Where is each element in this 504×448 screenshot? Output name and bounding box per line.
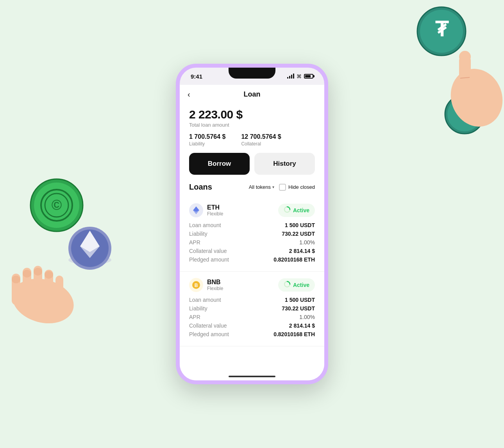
green-coin: © [29, 178, 84, 233]
detail-value: 0.82010168 ETH [273, 256, 315, 263]
detail-value: 2 814.14 $ [289, 248, 315, 254]
loans-header: Loans All tokens ▾ Hide closed [180, 183, 324, 197]
status-spinner-icon [284, 281, 291, 289]
detail-value: 1 500 USDT [285, 297, 315, 303]
detail-row: Pledged amount 0.82010168 ETH [189, 331, 315, 337]
detail-key: APR [189, 314, 200, 320]
status-label: Active [293, 207, 309, 213]
svg-point-10 [30, 179, 83, 231]
screen-header: ‹ Loan [180, 85, 324, 104]
token-type: Flexible [207, 286, 223, 291]
status-label: Active [293, 282, 309, 288]
liability-stat: 1 700.5764 $ Liability [189, 133, 225, 147]
loan-card[interactable]: ETH Flexible Active Loan amount 1 500 US… [180, 197, 324, 272]
tab-row: Borrow History [180, 153, 324, 183]
collateral-stat: 12 700.5764 $ Collateral [241, 133, 281, 147]
detail-key: Liability [189, 305, 207, 312]
loan-cards-container: ETH Flexible Active Loan amount 1 500 US… [180, 197, 324, 346]
total-amount: 2 223.00 $ [189, 108, 315, 121]
loan-card-header: ETH Flexible Active [189, 203, 315, 217]
token-name: ETH [207, 204, 223, 211]
wifi-icon: ⌘ [297, 73, 302, 79]
svg-point-12 [41, 190, 72, 221]
detail-key: Liability [189, 231, 207, 237]
tether-coin-top: ₮ [416, 6, 467, 57]
token-icon: B [189, 278, 203, 292]
detail-key: Pledged amount [189, 256, 229, 263]
screen-title: Loan [244, 90, 261, 99]
token-name: BNB [207, 279, 223, 286]
svg-point-27 [23, 270, 31, 278]
back-button[interactable]: ‹ [188, 90, 190, 99]
all-tokens-button[interactable]: All tokens ▾ [249, 184, 274, 190]
svg-point-29 [45, 271, 53, 279]
detail-key: Loan amount [189, 297, 221, 303]
svg-rect-7 [459, 55, 471, 94]
token-type: Flexible [207, 211, 223, 217]
svg-point-16 [68, 227, 111, 270]
detail-value: 1.00% [299, 314, 315, 320]
svg-text:©: © [52, 197, 62, 213]
loan-token-info: B BNB Flexible [189, 278, 223, 292]
home-indicator [229, 376, 275, 377]
loan-token-info: ETH Flexible [189, 203, 223, 217]
detail-value: 0.82010168 ETH [273, 331, 315, 337]
liability-value: 1 700.5764 $ [189, 133, 225, 140]
detail-row: Liability 730.22 USDT [189, 231, 315, 237]
history-tab[interactable]: History [254, 153, 315, 175]
detail-row: Liability 730.22 USDT [189, 305, 315, 312]
loan-details: Loan amount 1 500 USDT Liability 730.22 … [189, 222, 315, 263]
svg-point-13 [45, 194, 68, 217]
svg-point-17 [71, 229, 109, 267]
svg-text:B: B [195, 283, 198, 288]
stats-row: 1 700.5764 $ Liability 12 700.5764 $ Col… [189, 133, 315, 147]
svg-point-20 [7, 272, 79, 328]
hand-right [422, 31, 504, 133]
eth-coin-stack [64, 223, 115, 266]
loan-card-header: B BNB Flexible Active [189, 278, 315, 292]
svg-text:₮: ₮ [459, 104, 471, 122]
detail-key: Loan amount [189, 222, 221, 228]
tether-coin-mid: ₮ [444, 94, 485, 135]
detail-value: 730.22 USDT [282, 305, 315, 312]
svg-point-15 [68, 255, 111, 265]
detail-value: 1 500 USDT [285, 222, 315, 228]
detail-row: Loan amount 1 500 USDT [189, 222, 315, 228]
phone-wrapper: 9:41 ⌘ ‹ Loan [176, 64, 328, 384]
borrow-tab[interactable]: Borrow [189, 153, 250, 175]
detail-row: Pledged amount 0.82010168 ETH [189, 256, 315, 263]
svg-point-6 [443, 61, 504, 133]
token-icon [189, 203, 203, 217]
loan-amount-section: 2 223.00 $ Total loan amount 1 700.5764 … [180, 104, 324, 153]
svg-point-28 [34, 268, 42, 276]
svg-marker-19 [80, 246, 100, 258]
loans-title: Loans [189, 183, 212, 192]
detail-row: Collateral value 2 814.14 $ [189, 248, 315, 254]
detail-value: 730.22 USDT [282, 231, 315, 237]
loan-card[interactable]: B BNB Flexible Active Loan amount 1 500 … [180, 272, 324, 346]
hide-closed-checkbox[interactable] [279, 184, 286, 191]
svg-rect-21 [12, 274, 20, 305]
detail-value: 2 814.14 $ [289, 323, 315, 329]
detail-key: Pledged amount [189, 331, 229, 337]
detail-key: Collateral value [189, 248, 227, 254]
chevron-down-icon: ▾ [272, 185, 274, 189]
detail-key: APR [189, 239, 200, 246]
battery-icon [304, 74, 313, 79]
token-details: ETH Flexible [207, 204, 223, 217]
status-time: 9:41 [191, 73, 202, 80]
detail-row: APR 1.00% [189, 239, 315, 246]
hand-left [0, 250, 98, 328]
collateral-label: Collateral [241, 141, 281, 147]
svg-rect-24 [45, 270, 53, 301]
detail-value: 1.00% [299, 239, 315, 246]
svg-rect-22 [23, 268, 31, 303]
svg-rect-25 [55, 276, 63, 301]
loan-details: Loan amount 1 500 USDT Liability 730.22 … [189, 297, 315, 337]
svg-line-9 [460, 77, 470, 78]
hide-closed-label: Hide closed [288, 184, 315, 190]
status-badge: Active [278, 204, 315, 217]
status-spinner-icon [284, 206, 291, 215]
total-label: Total loan amount [189, 122, 315, 128]
svg-point-1 [420, 10, 463, 53]
